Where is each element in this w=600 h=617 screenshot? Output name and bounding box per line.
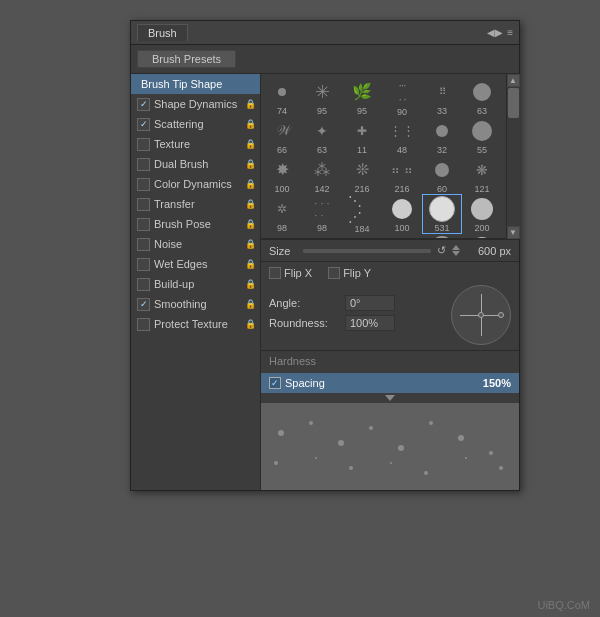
brush-cell-19[interactable]: · · · · · 98 — [303, 195, 341, 233]
sidebar-item-dual-brush[interactable]: Dual Brush 🔒 — [131, 154, 260, 174]
scroll-thumb-grid[interactable] — [508, 88, 519, 118]
brush-cell-12[interactable]: ✸ 100 — [263, 156, 301, 194]
brush-cell-0[interactable]: 74 — [263, 78, 301, 116]
scattering-check — [137, 118, 150, 131]
sidebar-item-scattering[interactable]: Scattering 🔒 — [131, 114, 260, 134]
brush-pose-check — [137, 218, 150, 231]
brush-cell-14[interactable]: ❊ 216 — [343, 156, 381, 194]
grid-with-scroll: 74 ✳ 95 🌿 95 ···· · 90 — [261, 74, 519, 240]
roundness-label: Roundness: — [269, 317, 341, 329]
svg-point-8 — [274, 461, 278, 465]
sidebar-item-brush-pose[interactable]: Brush Pose 🔒 — [131, 214, 260, 234]
brush-presets-button[interactable]: Brush Presets — [137, 50, 236, 68]
brush-cell-9[interactable]: ⋮⋮ 48 — [383, 117, 421, 155]
svg-point-10 — [349, 466, 353, 470]
sidebar-item-build-up[interactable]: Build-up 🔒 — [131, 274, 260, 294]
svg-point-11 — [390, 462, 392, 464]
texture-check — [137, 138, 150, 151]
angle-dial[interactable] — [451, 285, 511, 345]
brush-cell-15[interactable]: ⠶ ⠶ 216 — [383, 156, 421, 194]
brush-cell-13[interactable]: ⁂ 142 — [303, 156, 341, 194]
right-panel: 74 ✳ 95 🌿 95 ···· · 90 — [261, 74, 519, 490]
scroll-up-btn[interactable]: ▲ — [507, 74, 520, 87]
sidebar-item-wet-edges[interactable]: Wet Edges 🔒 — [131, 254, 260, 274]
watermark: UiBQ.CoM — [537, 599, 590, 611]
panel-title-tabs: Brush — [137, 24, 188, 41]
sidebar-item-texture[interactable]: Texture 🔒 — [131, 134, 260, 154]
menu-icon[interactable]: ≡ — [507, 27, 513, 38]
presets-row: Brush Presets — [131, 45, 519, 74]
brush-cell-28[interactable]: 706 — [423, 234, 461, 239]
scroll-down-btn[interactable]: ▼ — [507, 226, 520, 239]
brush-presets-label: Brush Presets — [152, 53, 221, 65]
brush-cell-25[interactable]: ··· ·· ··· 211 — [303, 234, 341, 239]
flip-y-label[interactable]: Flip Y — [328, 267, 371, 279]
angle-value[interactable]: 0° — [345, 295, 395, 311]
brush-cell-10[interactable]: 32 — [423, 117, 461, 155]
brush-cell-21[interactable]: 100 — [383, 195, 421, 233]
main-canvas: Brush ◀▶ ≡ Brush Presets Brush Tip Shape — [0, 0, 600, 617]
brush-cell-5[interactable]: 63 — [463, 78, 501, 116]
options-section: Flip X Flip Y Angle: 0° — [261, 262, 519, 351]
brush-cell-22[interactable]: 531 — [423, 195, 461, 233]
brush-cell-24[interactable]: 150 — [263, 234, 301, 239]
sidebar-item-noise[interactable]: Noise 🔒 — [131, 234, 260, 254]
panel-tab-brush[interactable]: Brush — [137, 24, 188, 41]
brush-cell-2[interactable]: 🌿 95 — [343, 78, 381, 116]
brush-panel: Brush ◀▶ ≡ Brush Presets Brush Tip Shape — [130, 20, 520, 491]
brush-cell-1[interactable]: ✳ 95 — [303, 78, 341, 116]
collapse-icon[interactable]: ◀▶ — [487, 27, 503, 38]
spacing-check-label[interactable]: ✓ Spacing — [269, 377, 483, 389]
brush-cell-8[interactable]: ✚ 11 — [343, 117, 381, 155]
brush-cell-23[interactable]: 200 — [463, 195, 501, 233]
wet-edges-check — [137, 258, 150, 271]
protect-texture-check — [137, 318, 150, 331]
brush-cell-4[interactable]: ⠿ 33 — [423, 78, 461, 116]
brush-cell-18[interactable]: ✲ 98 — [263, 195, 301, 233]
transfer-label: Transfer — [154, 198, 243, 210]
brush-cell-7[interactable]: ✦ 63 — [303, 117, 341, 155]
roundness-value[interactable]: 100% — [345, 315, 395, 331]
spacing-slider-row — [261, 393, 519, 403]
flip-y-check[interactable] — [328, 267, 340, 279]
spacing-checkbox[interactable]: ✓ — [269, 377, 281, 389]
titlebar-controls: ◀▶ ≡ — [487, 27, 513, 38]
noise-label: Noise — [154, 238, 243, 250]
brush-cell-17[interactable]: ❋ 121 — [463, 156, 501, 194]
size-up-arrow[interactable] — [452, 245, 460, 250]
sidebar-item-color-dynamics[interactable]: Color Dynamics 🔒 — [131, 174, 260, 194]
preview-area — [261, 403, 519, 490]
brush-cell-26[interactable]: ·· ···· ·· 262 — [343, 234, 381, 239]
brush-cell-6[interactable]: 𝒲 66 — [263, 117, 301, 155]
scroll-track-grid[interactable] — [507, 87, 520, 226]
brush-cell-11[interactable]: 55 — [463, 117, 501, 155]
color-dynamics-check — [137, 178, 150, 191]
dual-brush-label: Dual Brush — [154, 158, 243, 170]
size-slider-container[interactable] — [303, 249, 431, 253]
spacing-section: ✓ Spacing 150% — [261, 373, 519, 393]
spacing-slider-arrow[interactable] — [385, 395, 395, 401]
svg-point-7 — [489, 451, 493, 455]
svg-point-0 — [278, 430, 284, 436]
brush-cell-29[interactable]: 700 — [463, 234, 501, 239]
brush-cell-27[interactable]: 56 — [383, 234, 421, 239]
refresh-icon[interactable]: ↺ — [437, 244, 446, 257]
flip-x-check[interactable] — [269, 267, 281, 279]
sidebar-item-protect-texture[interactable]: Protect Texture 🔒 — [131, 314, 260, 334]
size-down-arrow[interactable] — [452, 251, 460, 256]
shape-dynamics-label: Shape Dynamics — [154, 98, 243, 110]
spacing-label: Spacing — [285, 377, 325, 389]
sidebar-item-transfer[interactable]: Transfer 🔒 — [131, 194, 260, 214]
size-value: 600 px — [466, 245, 511, 257]
angle-label: Angle: — [269, 297, 341, 309]
svg-point-14 — [499, 466, 503, 470]
brush-cell-16[interactable]: 60 — [423, 156, 461, 194]
sidebar-item-brush-tip-shape[interactable]: Brush Tip Shape — [131, 74, 260, 94]
flip-x-label[interactable]: Flip X — [269, 267, 312, 279]
sidebar-item-shape-dynamics[interactable]: Shape Dynamics 🔒 — [131, 94, 260, 114]
svg-point-9 — [315, 457, 317, 459]
brush-cell-3[interactable]: ···· · 90 — [383, 78, 421, 116]
brush-cell-20[interactable]: ⋱ ⋰ 184 — [343, 195, 381, 233]
sidebar-item-smoothing[interactable]: Smoothing 🔒 — [131, 294, 260, 314]
svg-point-3 — [369, 426, 373, 430]
